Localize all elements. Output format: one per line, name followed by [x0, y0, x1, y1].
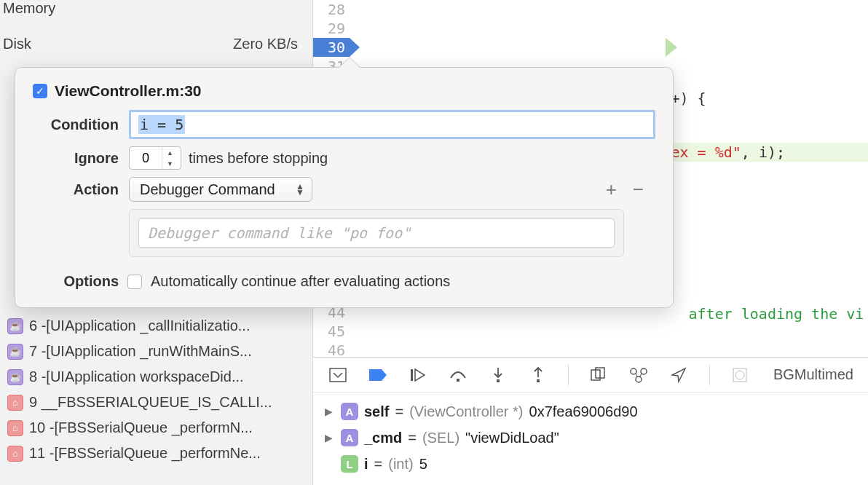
frame-icon: ⌂ [7, 420, 23, 436]
frame-label: 8 -[UIApplication workspaceDid... [29, 368, 244, 385]
stat-memory: Memory [0, 0, 312, 21]
var-type: (ViewController *) [409, 403, 523, 420]
view-hierarchy-icon[interactable] [589, 365, 609, 385]
line-number[interactable]: 45 [313, 322, 350, 341]
stack-frame[interactable]: ☕ 6 -[UIApplication _callInitializatio..… [0, 313, 312, 339]
stat-disk-value: Zero KB/s [233, 36, 298, 52]
stat-memory-label: Memory [0, 0, 298, 17]
ignore-suffix: times before stopping [189, 150, 328, 167]
frame-icon: ⌂ [7, 446, 23, 462]
chevron-updown-icon: ▲▼ [296, 184, 304, 195]
ignore-label: Ignore [33, 150, 119, 167]
var-type: (int) [388, 456, 413, 473]
frame-label: 10 -[FBSSerialQueue _performN... [29, 419, 253, 436]
breakpoint-line-number[interactable]: 30 [313, 38, 350, 57]
variable-row[interactable]: L i = (int) 5 [322, 451, 859, 477]
var-kind-icon: L [341, 455, 358, 473]
var-name: _cmd [364, 430, 402, 446]
var-name: self [364, 403, 389, 420]
stepper-down-icon[interactable]: ▼ [162, 158, 178, 169]
auto-continue-checkbox[interactable] [127, 275, 142, 289]
stack-frame[interactable]: ⌂ 11 -[FBSSerialQueue _performNe... [0, 441, 312, 466]
stack-frame[interactable]: ⌂ 10 -[FBSSerialQueue _performN... [0, 415, 312, 441]
stat-disk: Disk Zero KB/s [0, 31, 312, 57]
popover-title-row: ✓ ViewController.m:30 [33, 82, 655, 100]
svg-rect-0 [330, 368, 346, 382]
frame-label: 11 -[FBSSerialQueue _performNe... [29, 445, 261, 462]
action-body [129, 209, 624, 257]
variable-row[interactable]: ▶ A self = (ViewController *) 0x7fea6900… [322, 398, 859, 425]
var-value: 0x7fea69006d90 [529, 403, 638, 420]
continue-icon[interactable] [408, 365, 427, 385]
svg-point-15 [735, 371, 744, 379]
condition-value: i = 5 [138, 115, 185, 134]
action-label: Action [33, 181, 119, 198]
step-over-icon[interactable] [448, 365, 467, 385]
auto-continue-label: Automatically continue after evaluating … [151, 273, 450, 290]
frame-icon: ☕ [7, 369, 23, 385]
add-action-button[interactable]: + [606, 178, 617, 201]
action-select-value: Debugger Command [140, 181, 275, 198]
remove-action-button[interactable]: − [633, 178, 644, 201]
ignore-input[interactable] [130, 151, 162, 166]
var-value: 5 [419, 456, 427, 473]
stack-frame[interactable]: ☕ 8 -[UIApplication workspaceDid... [0, 364, 312, 390]
ignore-stepper[interactable]: ▲ ▼ [129, 146, 181, 170]
svg-point-11 [636, 376, 642, 382]
action-select[interactable]: Debugger Command ▲▼ [129, 177, 312, 202]
stepper-up-icon[interactable]: ▲ [162, 147, 178, 158]
frame-icon: ☕ [7, 344, 23, 360]
breakpoints-toggle-icon[interactable] [368, 365, 387, 385]
frame-icon: ☕ [7, 318, 23, 334]
variables-list: ▶ A self = (ViewController *) 0x7fea6900… [313, 393, 868, 483]
options-label: Options [33, 273, 119, 290]
frame-icon: ⌂ [7, 395, 23, 411]
disclosure-icon[interactable]: ▶ [325, 406, 335, 417]
disclosure-icon[interactable] [325, 458, 335, 470]
step-into-icon[interactable] [488, 365, 508, 385]
var-kind-icon: A [341, 403, 358, 420]
var-name: i [364, 456, 368, 473]
svg-line-13 [640, 373, 642, 377]
step-out-icon[interactable] [528, 365, 548, 385]
process-name[interactable]: BGMultimed [773, 366, 853, 383]
breakpoint-popover: ✓ ViewController.m:30 Condition i = 5 Ig… [15, 67, 674, 308]
var-type: (SEL) [422, 430, 459, 446]
line-number[interactable]: 29 [313, 19, 350, 38]
popover-title: ViewController.m:30 [55, 82, 202, 100]
stat-disk-label: Disk [0, 36, 233, 52]
debugger-command-input[interactable] [138, 218, 615, 248]
memory-graph-icon[interactable] [629, 365, 649, 385]
stack-frame[interactable]: ☕ 7 -[UIApplication _runWithMainS... [0, 339, 312, 364]
svg-line-12 [636, 373, 637, 377]
line-number[interactable]: 28 [313, 0, 350, 19]
svg-rect-2 [457, 379, 459, 382]
breakpoint-enabled-checkbox[interactable]: ✓ [33, 84, 47, 98]
call-stack: ☕ 6 -[UIApplication _callInitializatio..… [0, 313, 312, 466]
hide-debug-icon[interactable] [328, 365, 347, 385]
condition-input[interactable]: i = 5 [129, 110, 655, 139]
variable-row[interactable]: ▶ A _cmd = (SEL) "viewDidLoad" [322, 425, 859, 451]
condition-label: Condition [33, 117, 119, 133]
var-kind-icon: A [341, 429, 358, 446]
toolbar-divider [709, 365, 710, 385]
frame-label: 6 -[UIApplication _callInitializatio... [29, 318, 250, 334]
process-icon[interactable] [730, 365, 750, 385]
var-value: "viewDidLoad" [465, 430, 559, 446]
svg-rect-4 [497, 379, 500, 382]
frame-label: 9 __FBSSERIALQUEUE_IS_CALLI... [29, 394, 272, 411]
debug-area: BGMultimed ▶ A self = (ViewController *)… [313, 357, 868, 485]
frame-label: 7 -[UIApplication _runWithMainS... [29, 343, 252, 360]
svg-rect-6 [537, 379, 540, 382]
debug-toolbar: BGMultimed [313, 358, 868, 393]
location-icon[interactable] [669, 365, 689, 385]
toolbar-divider [568, 365, 569, 385]
svg-rect-1 [411, 369, 413, 381]
disclosure-icon[interactable]: ▶ [325, 432, 335, 443]
stack-frame[interactable]: ⌂ 9 __FBSSERIALQUEUE_IS_CALLI... [0, 390, 312, 415]
